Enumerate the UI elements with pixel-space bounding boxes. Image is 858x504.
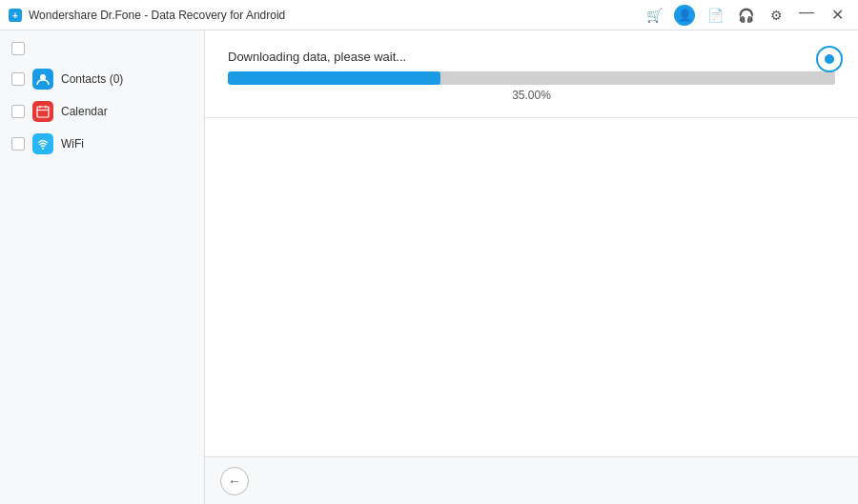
settings-icon[interactable]: ⚙ [763,4,789,27]
wifi-checkbox[interactable] [11,137,25,151]
bottom-bar: ← [205,456,858,504]
minimize-button[interactable]: — [793,4,820,27]
sidebar-top [0,38,204,63]
cart-icon[interactable]: 🛒 [641,4,667,27]
svg-point-7 [42,148,44,150]
close-button[interactable]: ✕ [824,4,850,27]
back-arrow-icon: ← [228,474,241,489]
content-main [205,118,858,456]
app-logo: + [8,8,23,23]
contacts-label: Contacts (0) [61,72,123,86]
user-icon[interactable]: 👤 [671,4,698,27]
progress-bar-container [228,71,835,85]
progress-bar-fill [228,71,440,85]
headset-icon[interactable]: 🎧 [732,4,759,27]
title-bar: + Wondershare Dr.Fone - Data Recovery fo… [0,0,858,30]
sidebar-item-wifi[interactable]: WiFi [0,128,204,160]
calendar-icon [32,101,53,122]
contacts-checkbox[interactable] [11,72,25,86]
wifi-icon [32,133,53,154]
contacts-icon [32,69,53,90]
app-title: Wondershare Dr.Fone - Data Recovery for … [29,9,285,22]
calendar-label: Calendar [61,105,108,118]
calendar-checkbox[interactable] [11,105,25,118]
sidebar-item-contacts[interactable]: Contacts (0) [0,63,204,95]
select-all-checkbox[interactable] [11,42,25,55]
app-body: Contacts (0) Calendar [0,30,858,504]
svg-text:+: + [12,10,18,21]
stop-button[interactable] [816,46,843,72]
sidebar-item-calendar[interactable]: Calendar [0,95,204,128]
content-area: Downloading data, please wait... 35.00% … [205,30,858,504]
wifi-label: WiFi [61,137,84,151]
user-avatar: 👤 [674,5,695,26]
title-bar-controls: 🛒 👤 📄 🎧 ⚙ — ✕ [641,4,850,27]
sidebar: Contacts (0) Calendar [0,30,205,504]
progress-percent-label: 35.00% [228,89,835,102]
download-section: Downloading data, please wait... 35.00% [205,30,858,118]
svg-point-2 [40,74,46,80]
back-button[interactable]: ← [220,467,249,495]
title-bar-left: + Wondershare Dr.Fone - Data Recovery fo… [8,8,285,23]
document-icon[interactable]: 📄 [702,4,728,27]
svg-rect-3 [37,107,49,117]
download-status-text: Downloading data, please wait... [228,50,835,64]
stop-button-inner [825,54,834,64]
